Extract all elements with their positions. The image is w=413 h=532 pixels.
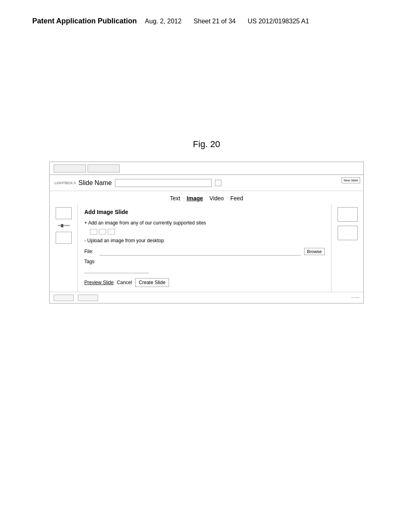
ui-right-col xyxy=(331,204,363,292)
tags-row: Tags xyxy=(84,259,325,273)
ui-header-bar: LIGHTBOX A Slide Name New Slide xyxy=(50,175,363,191)
upload-option: - Upload an image from your desktop xyxy=(84,238,325,243)
site-icons-group xyxy=(90,229,325,235)
ui-sidebar xyxy=(50,204,78,292)
add-from-sites-text: + Add an image from any of our currently… xyxy=(84,220,206,226)
patent-header: Patent Application Publication Aug. 2, 2… xyxy=(0,0,413,34)
new-slide-button[interactable]: New Slide xyxy=(342,177,360,183)
slide-thumbnail-1[interactable] xyxy=(56,207,72,219)
slide-thumbnail-2[interactable] xyxy=(56,232,72,244)
slider-bar xyxy=(58,225,70,226)
upload-label-text: - Upload an image from your desktop xyxy=(84,238,164,243)
slide-name-checkbox[interactable] xyxy=(215,180,221,186)
tags-input[interactable] xyxy=(84,265,149,273)
fig-label: Fig. 20 xyxy=(0,139,413,150)
tab-image[interactable]: Image xyxy=(185,194,204,202)
site-icon-2[interactable] xyxy=(99,229,106,235)
tab-video[interactable]: Video xyxy=(208,194,225,202)
ui-bottom-bar xyxy=(50,292,363,303)
slider-control[interactable] xyxy=(58,225,70,226)
browse-button[interactable]: Browse xyxy=(304,248,325,255)
tab-text[interactable]: Text xyxy=(168,194,182,202)
ui-mockup: LIGHTBOX A Slide Name New Slide Text Ima… xyxy=(49,162,364,303)
browser-chrome xyxy=(49,162,364,175)
patent-number: US 2012/0198325 A1 xyxy=(248,18,309,25)
bottom-tab-1[interactable] xyxy=(54,295,74,301)
lightbox-label: LIGHTBOX A xyxy=(54,181,76,185)
right-thumbnail-1[interactable] xyxy=(338,207,358,222)
file-input[interactable] xyxy=(100,247,301,256)
patent-date: Aug. 2, 2012 xyxy=(145,18,181,25)
patent-sheet: Sheet 21 of 34 xyxy=(194,18,236,25)
bottom-right-line xyxy=(351,297,359,298)
ui-tabs-row: Text Image Video Feed xyxy=(50,191,363,204)
patent-title: Patent Application Publication xyxy=(32,16,137,26)
site-icon-1[interactable] xyxy=(90,229,97,235)
create-slide-button[interactable]: Create Slide xyxy=(135,278,169,287)
add-from-sites-option: + Add an image from any of our currently… xyxy=(84,220,325,226)
actions-row: Preview Slide Cancel Create Slide xyxy=(84,278,325,287)
slider-handle[interactable] xyxy=(61,224,63,227)
patent-meta: Aug. 2, 2012 Sheet 21 of 34 US 2012/0198… xyxy=(145,16,309,25)
ui-body: LIGHTBOX A Slide Name New Slide Text Ima… xyxy=(49,175,364,303)
tab-feed[interactable]: Feed xyxy=(229,194,245,202)
slide-name-label: Slide Name xyxy=(79,179,112,187)
tags-label: Tags xyxy=(84,259,325,264)
file-label: File: xyxy=(84,249,96,254)
site-icon-3[interactable] xyxy=(108,229,115,235)
right-thumbnail-2[interactable] xyxy=(338,226,358,240)
ui-main-form: Add Image Slide + Add an image from any … xyxy=(78,204,331,292)
browser-tab-1[interactable] xyxy=(54,164,86,172)
slide-name-input[interactable] xyxy=(115,179,212,187)
bottom-tab-2[interactable] xyxy=(78,295,98,301)
preview-slide-link[interactable]: Preview Slide xyxy=(84,280,114,285)
browser-tab-2[interactable] xyxy=(88,164,120,172)
file-row: File: Browse xyxy=(84,247,325,256)
ui-content-area: Add Image Slide + Add an image from any … xyxy=(50,204,363,292)
form-section-title: Add Image Slide xyxy=(84,209,325,215)
browser-tabs xyxy=(54,164,120,172)
cancel-button[interactable]: Cancel xyxy=(117,280,132,285)
